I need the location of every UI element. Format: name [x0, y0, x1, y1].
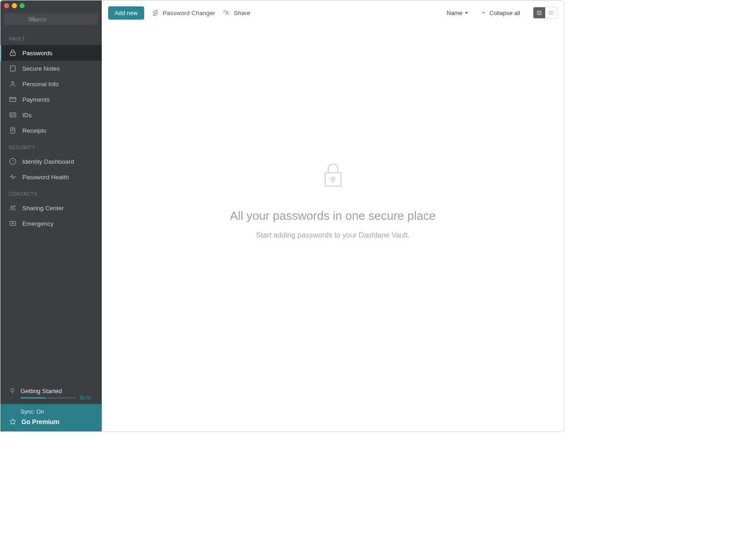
share-label: Share	[234, 10, 250, 16]
pulse-icon	[9, 173, 17, 181]
gauge-icon	[9, 157, 17, 166]
sidebar-item-identity-dashboard[interactable]: Identity Dashboard	[0, 154, 102, 169]
section-label-security: SECURITY	[0, 138, 102, 154]
svg-point-19	[541, 11, 542, 12]
svg-point-6	[11, 114, 12, 116]
refresh-icon	[151, 9, 159, 17]
svg-point-9	[11, 206, 13, 208]
getting-started-label: Getting Started	[21, 388, 62, 394]
svg-point-28	[549, 14, 549, 15]
section-label-vault: VAULT	[0, 30, 102, 45]
progress-bar	[21, 397, 75, 399]
lock-illustration-icon	[321, 162, 345, 188]
sidebar-item-label: Emergency	[22, 220, 53, 227]
sidebar-item-label: Sharing Center	[22, 205, 64, 212]
lock-icon	[9, 49, 17, 57]
getting-started[interactable]: Getting Started 45 %	[0, 383, 102, 404]
list-icon	[548, 10, 554, 16]
sync-status: Sync: On	[21, 409, 94, 415]
sidebar-item-label: Passwords	[22, 50, 52, 57]
svg-point-27	[549, 12, 549, 13]
svg-point-20	[537, 12, 538, 13]
password-changer-label: Password Changer	[163, 10, 215, 16]
sort-label: Name	[447, 10, 463, 16]
svg-point-22	[541, 12, 542, 13]
note-icon	[9, 64, 17, 73]
person-icon	[9, 80, 17, 88]
svg-point-24	[539, 14, 540, 15]
sidebar-item-personal-info[interactable]: Personal Info	[0, 76, 102, 92]
sidebar-item-secure-notes[interactable]: Secure Notes	[0, 61, 102, 76]
svg-point-17	[537, 11, 538, 12]
window-titlebar	[0, 0, 102, 10]
share-button[interactable]: Share	[222, 9, 250, 17]
sort-dropdown[interactable]: Name	[447, 10, 469, 16]
sidebar-item-payments[interactable]: Payments	[0, 92, 102, 107]
svg-point-1	[13, 54, 13, 54]
close-window-button[interactable]	[4, 3, 9, 8]
emergency-icon	[9, 219, 17, 228]
go-premium-label: Go Premium	[21, 418, 59, 425]
chevron-down-icon	[464, 11, 469, 15]
star-icon	[9, 418, 17, 426]
sidebar-item-label: Receipts	[22, 127, 47, 134]
receipt-icon	[9, 126, 17, 135]
sidebar-footer: Sync: On Go Premium	[0, 404, 102, 431]
sidebar-item-passwords[interactable]: Passwords	[0, 45, 102, 61]
minimize-window-button[interactable]	[12, 3, 17, 8]
svg-rect-4	[10, 98, 16, 102]
svg-point-26	[549, 11, 549, 11]
sidebar-item-label: Identity Dashboard	[22, 158, 74, 165]
svg-point-18	[539, 11, 540, 12]
add-new-button[interactable]: Add new	[108, 6, 144, 20]
sidebar: VAULT Passwords Secure Notes Personal In…	[0, 0, 102, 431]
sidebar-item-sharing-center[interactable]: Sharing Center	[0, 200, 102, 216]
lightbulb-icon	[9, 387, 16, 394]
toolbar: Add new Password Changer Share Name Coll…	[102, 1, 564, 25]
chevron-up-icon	[480, 10, 487, 16]
go-premium-button[interactable]: Go Premium	[9, 418, 94, 426]
svg-point-12	[11, 389, 14, 392]
empty-subtitle: Start adding passwords to your Dashlane …	[256, 231, 410, 239]
card-icon	[9, 95, 17, 104]
svg-point-25	[541, 14, 542, 15]
sidebar-item-label: IDs	[22, 112, 31, 119]
svg-point-14	[154, 12, 154, 13]
svg-rect-30	[331, 177, 334, 180]
password-changer-button[interactable]: Password Changer	[151, 9, 215, 17]
svg-point-21	[539, 12, 540, 13]
sidebar-item-label: Secure Notes	[22, 65, 60, 72]
list-view-button[interactable]	[545, 7, 557, 18]
svg-point-23	[537, 14, 538, 15]
sidebar-item-label: Personal Info	[22, 81, 59, 88]
svg-point-3	[12, 82, 14, 84]
grid-icon	[536, 10, 542, 16]
empty-state: All your passwords in one secure place S…	[102, 25, 564, 431]
sidebar-item-emergency[interactable]: Emergency	[0, 216, 102, 231]
sidebar-item-receipts[interactable]: Receipts	[0, 123, 102, 138]
sidebar-item-password-health[interactable]: Password Health	[0, 169, 102, 185]
share-icon	[222, 9, 230, 17]
view-toggle	[533, 7, 558, 19]
progress-percent: 45 %	[79, 395, 91, 400]
collapse-label: Collapse all	[490, 10, 520, 16]
maximize-window-button[interactable]	[20, 3, 25, 8]
svg-point-10	[14, 206, 15, 207]
sidebar-item-label: Payments	[22, 96, 50, 103]
svg-point-16	[226, 11, 228, 13]
id-icon	[9, 111, 17, 119]
sidebar-item-label: Password Health	[22, 174, 69, 181]
section-label-contacts: CONTACTS	[0, 185, 102, 200]
collapse-all-button[interactable]: Collapse all	[480, 10, 520, 16]
main-panel: Add new Password Changer Share Name Coll…	[102, 0, 564, 431]
svg-point-13	[155, 12, 155, 13]
share-people-icon	[9, 204, 17, 212]
grid-view-button[interactable]	[533, 7, 545, 18]
svg-point-15	[156, 12, 156, 13]
svg-rect-2	[10, 66, 16, 71]
search-input[interactable]	[4, 13, 98, 25]
empty-title: All your passwords in one secure place	[230, 209, 436, 223]
sidebar-item-ids[interactable]: IDs	[0, 107, 102, 123]
search-icon	[30, 16, 36, 22]
